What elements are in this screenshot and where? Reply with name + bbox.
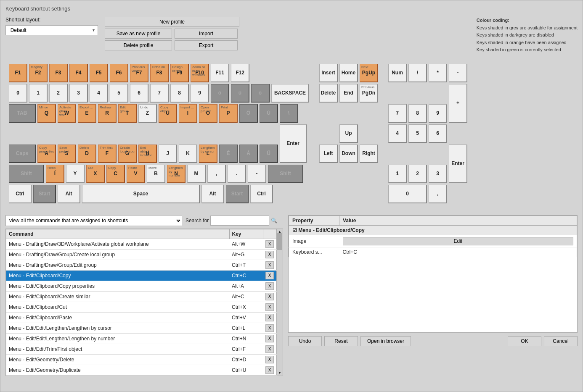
key-0[interactable]: 0 xyxy=(9,84,27,103)
table-row[interactable]: Menu - Drafting/Draw/3D/Workplane/Activa… xyxy=(6,239,277,249)
key-num-5[interactable]: 5 xyxy=(408,124,427,143)
key-right[interactable]: Right xyxy=(360,145,378,163)
table-row[interactable]: Menu - Edit/Clipboard/Create similar Alt… xyxy=(6,291,277,302)
key-backslash[interactable]: \ xyxy=(280,104,298,123)
key-ű[interactable]: Ű xyxy=(260,145,278,163)
table-cell-delete[interactable]: X xyxy=(263,333,277,344)
filter-select[interactable]: view all the commands that are assigned … xyxy=(5,215,182,226)
key-d[interactable]: DeleteD xyxy=(78,145,96,163)
scrollbar-thumb[interactable] xyxy=(277,233,282,250)
scroll-up-arrow[interactable]: ▲ xyxy=(278,230,281,234)
key-alt-right[interactable]: Alt xyxy=(201,185,224,203)
key-f6[interactable]: F6 xyxy=(110,64,128,82)
key-num-6[interactable]: 6 xyxy=(429,124,447,143)
delete-shortcut-button[interactable]: X xyxy=(265,240,274,248)
scrollbar[interactable]: ▲ ▼ xyxy=(277,229,283,376)
table-cell-delete[interactable]: X xyxy=(263,312,277,323)
key-h[interactable]: End object isolationH xyxy=(138,145,157,163)
key-p[interactable]: PrintP xyxy=(219,104,238,123)
key-num-2[interactable]: 2 xyxy=(408,165,427,183)
key-f8[interactable]: Ortho onF8 xyxy=(150,64,169,82)
key-end[interactable]: End xyxy=(339,84,358,103)
table-cell-delete[interactable]: X xyxy=(263,270,277,281)
key-num-0[interactable]: 0 xyxy=(388,185,427,203)
key-z[interactable]: UndoZ xyxy=(138,104,157,123)
delete-shortcut-button[interactable]: X xyxy=(265,272,274,279)
key-y[interactable]: Y xyxy=(66,165,85,183)
search-icon[interactable]: 🔍 xyxy=(271,218,277,224)
key-ú[interactable]: Ú xyxy=(260,104,278,123)
table-cell-delete[interactable]: X xyxy=(263,281,277,291)
key-e[interactable]: Export ...E xyxy=(78,104,96,123)
delete-shortcut-button[interactable]: X xyxy=(265,303,274,311)
key-num-minus[interactable]: - xyxy=(449,64,467,82)
shortcut-layout-select[interactable]: _Default xyxy=(5,25,98,35)
delete-shortcut-button[interactable]: X xyxy=(265,345,274,353)
search-input[interactable] xyxy=(210,216,269,226)
table-row[interactable]: Menu - Edit/Edit/Lengthen/Lengthen by cu… xyxy=(6,323,277,333)
key-num-8[interactable]: 8 xyxy=(408,104,427,123)
key-l[interactable]: Lengthen by cursorL xyxy=(199,145,217,163)
key-i[interactable]: Import ...I xyxy=(179,104,197,123)
key-oacute[interactable]: ó xyxy=(251,84,270,103)
key-num-star[interactable]: * xyxy=(429,64,447,82)
key-b[interactable]: MoveB xyxy=(147,165,165,183)
export-button[interactable]: Export xyxy=(175,40,238,50)
delete-shortcut-button[interactable]: X xyxy=(265,366,274,374)
key-o[interactable]: Open projectO xyxy=(199,104,217,123)
table-row[interactable]: Menu - Edit/Clipboard/Copy properties Al… xyxy=(6,281,277,291)
key-v[interactable]: PasteV xyxy=(127,165,145,183)
key-dot[interactable]: . xyxy=(228,165,246,183)
table-cell-delete[interactable]: X xyxy=(263,249,277,260)
table-row[interactable]: Menu - Drafting/Draw/Group/Create local … xyxy=(6,249,277,260)
key-pgdn[interactable]: PreviousPgDn xyxy=(360,84,378,103)
key-caps[interactable]: Caps xyxy=(9,145,36,163)
scroll-down-arrow[interactable]: ▼ xyxy=(278,371,281,375)
key-1[interactable]: 1 xyxy=(29,84,48,103)
key-r[interactable]: RedrawR xyxy=(98,104,117,123)
cancel-button[interactable]: Cancel xyxy=(544,336,578,346)
key-enter[interactable]: Enter xyxy=(280,124,307,163)
key-f2[interactable]: MagnifyF2 xyxy=(29,64,48,82)
table-row[interactable]: Menu - Edit/Edit/Lengthen/Lengthen by nu… xyxy=(6,333,277,344)
key-space[interactable]: Space xyxy=(82,185,200,203)
key-f5[interactable]: F5 xyxy=(90,64,108,82)
table-row[interactable]: Menu - Edit/Edit/Trim/First object Ctrl+… xyxy=(6,344,277,354)
table-cell-delete[interactable]: X xyxy=(263,354,277,365)
key-num-4[interactable]: 4 xyxy=(388,124,407,143)
key-num-plus[interactable]: + xyxy=(449,84,467,123)
table-row[interactable]: Menu - Edit/Clipboard/Paste Ctrl+V X xyxy=(6,312,277,323)
key-shift-right[interactable]: Shift xyxy=(268,165,303,183)
key-f12[interactable]: F12 xyxy=(231,64,249,82)
key-ctrl-left[interactable]: Ctrl xyxy=(9,185,32,203)
key-3[interactable]: 3 xyxy=(69,84,88,103)
key-num-3[interactable]: 3 xyxy=(429,165,447,183)
filter-select-wrapper[interactable]: view all the commands that are assigned … xyxy=(5,215,182,226)
table-row[interactable]: Menu - Edit/Clipboard/Cut Ctrl+X X xyxy=(6,302,277,312)
undo-button[interactable]: Undo xyxy=(288,336,322,346)
key-num-1[interactable]: 1 xyxy=(388,165,407,183)
key-home[interactable]: Home xyxy=(339,64,358,82)
key-c[interactable]: CopyC xyxy=(106,165,125,183)
key-f9[interactable]: Design centerF9 xyxy=(170,64,189,82)
shortcut-layout-select-wrapper[interactable]: _Default xyxy=(5,25,98,35)
key-q[interactable]: MirrorQ xyxy=(37,104,56,123)
key-tab[interactable]: TAB xyxy=(9,104,36,123)
key-9[interactable]: 9 xyxy=(191,84,209,103)
key-comma[interactable]: , xyxy=(207,165,226,183)
key-6[interactable]: 6 xyxy=(130,84,148,103)
key-f11[interactable]: F11 xyxy=(211,64,229,82)
table-row[interactable]: Menu - Edit/Clipboard/Copy Ctrl+C X xyxy=(6,270,277,281)
key-num-slash[interactable]: / xyxy=(408,64,427,82)
table-cell-delete[interactable]: X xyxy=(263,302,277,312)
key-a[interactable]: Copy propertiesA xyxy=(37,145,56,163)
delete-shortcut-button[interactable]: X xyxy=(265,282,274,290)
delete-profile-button[interactable]: Delete profile xyxy=(105,40,172,50)
key-alt-left[interactable]: Alt xyxy=(58,185,80,203)
key-start-right[interactable]: Start xyxy=(226,185,249,203)
key-w[interactable]: Activate global worW xyxy=(58,104,76,123)
key-á[interactable]: Á xyxy=(239,145,258,163)
delete-shortcut-button[interactable]: X xyxy=(265,356,274,363)
delete-shortcut-button[interactable]: X xyxy=(265,293,274,300)
key-num-enter[interactable]: Enter xyxy=(449,145,467,183)
